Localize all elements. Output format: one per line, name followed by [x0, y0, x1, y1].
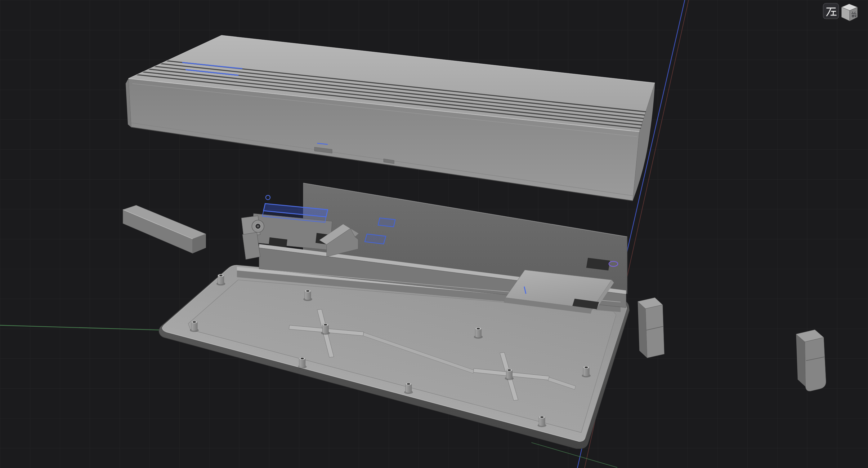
right-clip-b[interactable]: [796, 330, 826, 391]
hinge-arm: [243, 232, 260, 259]
sketch-profile-1[interactable]: [378, 218, 395, 227]
sketch-profile-2[interactable]: [365, 234, 386, 244]
hinge-pin: [257, 225, 259, 227]
clip-a-front[interactable]: [646, 305, 664, 358]
screw-boss[interactable]: [582, 366, 591, 377]
screw-boss[interactable]: [303, 290, 312, 301]
screw-boss[interactable]: [404, 382, 413, 394]
screw-boss[interactable]: [321, 323, 330, 335]
clip-b-front[interactable]: [805, 337, 826, 391]
screw-boss[interactable]: [217, 274, 225, 286]
right-clip-a[interactable]: [638, 298, 664, 358]
screw-boss[interactable]: [474, 327, 483, 339]
view-cube-left-tile[interactable]: [823, 3, 839, 19]
screw-boss[interactable]: [505, 369, 514, 380]
screw-boss[interactable]: [190, 321, 199, 332]
screw-boss[interactable]: [298, 357, 307, 369]
screw-boss[interactable]: [537, 415, 547, 427]
3d-viewport[interactable]: [0, 0, 868, 468]
